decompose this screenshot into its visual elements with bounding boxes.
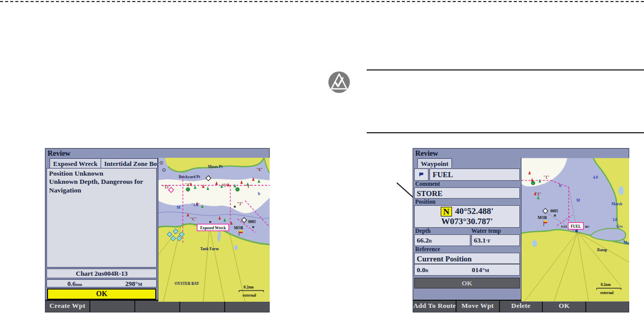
map-label: RC — [585, 225, 590, 228]
reference-label: Reference — [413, 246, 521, 253]
green-marker-icon — [236, 188, 240, 191]
screenshot-waypoint-review: Review Waypoint FUEL Comment STORE Posit… — [413, 148, 629, 312]
softkey-empty — [135, 301, 180, 312]
note-icon — [327, 70, 351, 94]
range-bearing-row: 0.6nm 298°M — [46, 279, 157, 287]
map-label: "4" — [185, 183, 191, 187]
softkey-empty — [180, 301, 225, 312]
dock-marker-icon — [576, 230, 578, 232]
chart-name: Chart 2us004R-13 — [46, 269, 157, 278]
tab-exposed-wreck[interactable]: Exposed Wreck — [50, 158, 101, 168]
page-top-rule — [0, 1, 644, 2]
detail-line: Position Unknown — [49, 170, 154, 178]
mob-flag-icon — [544, 221, 547, 223]
waypoint-symbol-field[interactable] — [414, 168, 428, 181]
map-label: "1A" — [191, 203, 200, 207]
map-source-label: external — [600, 291, 613, 295]
water-temp-label: Water temp — [471, 228, 501, 234]
map-source-label: external — [243, 293, 256, 298]
map-scale-label: 0.2nm — [244, 285, 254, 289]
map-label: Tank Farm — [200, 247, 219, 251]
ok-button[interactable]: OK — [47, 288, 156, 300]
reference-bearing: 014°M — [472, 264, 489, 275]
map-label: "3" — [237, 202, 243, 206]
position-field[interactable]: N 40°52.488' W073°30.787' — [414, 205, 520, 228]
obstruction-icon — [554, 214, 556, 216]
map-scale-label: 0.2nm — [601, 282, 611, 287]
softkey-delete[interactable]: Delete — [500, 301, 543, 312]
longitude-value: W073°30.787' — [441, 216, 493, 227]
waypoint-name-field[interactable]: FUEL — [430, 168, 520, 181]
map-label: "6" — [256, 167, 263, 172]
bearing-value: 298°M — [125, 280, 142, 287]
comment-label: Comment — [413, 181, 521, 187]
map-label: Moses Pt — [208, 164, 223, 169]
map-label: "1" — [245, 184, 251, 189]
map-label: Grs — [616, 224, 623, 229]
position-label: Position — [413, 199, 521, 205]
map-label: "1" — [543, 175, 550, 180]
map-label: "5" — [222, 183, 228, 188]
section-rule-lower — [367, 132, 644, 133]
map-label: M — [576, 198, 580, 203]
range-value: 0.6nm — [67, 280, 82, 287]
map-label: Brickyard Pt — [179, 175, 200, 179]
tab-intertidal-zone[interactable]: Intertidal Zone Bor — [101, 158, 158, 168]
softkey-empty — [90, 301, 135, 312]
map-label: Ramp — [597, 248, 607, 252]
tab-bar: Exposed Wreck Intertidal Zone Bor — [45, 158, 158, 168]
reference-distance: 0.0ft — [417, 264, 428, 275]
map-label: Mo — [624, 240, 629, 245]
map-label: "13" — [162, 185, 171, 189]
green-marker-icon — [531, 181, 535, 185]
green-marker-icon — [186, 188, 190, 191]
mob-flag-icon — [239, 230, 243, 233]
detail-line: Navigation — [49, 186, 154, 195]
item-detail-list: Position Unknown Unknown Depth, Dangerou… — [46, 168, 157, 268]
map-label: Exposed Wreck — [200, 226, 226, 230]
map-label: 0005 — [551, 209, 558, 213]
map-label: 4.0 — [593, 175, 598, 180]
map-label: 0005 — [248, 220, 256, 224]
map-label: 3.0 — [612, 218, 617, 222]
ok-button[interactable]: OK — [414, 278, 520, 288]
screenshot-map-item-review: Review Exposed Wreck Intertidal Zone Bor… — [45, 148, 270, 312]
map-label: Marsh — [611, 202, 623, 206]
map-label: FUEL — [571, 224, 581, 229]
map-label: "C" — [190, 217, 197, 222]
latitude-value: 40°52.488' — [455, 206, 493, 216]
comment-field[interactable]: STORE — [414, 187, 520, 199]
chart-map-right: FUEL EXI RC "1" "3" h M 0005 MOB 4.0 Mar… — [521, 158, 629, 300]
tab-bar: Waypoint — [413, 158, 521, 168]
softkey-move-wpt[interactable]: Move Wpt — [457, 301, 500, 312]
tab-waypoint[interactable]: Waypoint — [417, 158, 452, 168]
map-label: MOB — [538, 215, 547, 220]
latitude-hemisphere-selected[interactable]: N — [441, 207, 452, 216]
map-label: "3" — [535, 192, 541, 197]
depth-field[interactable]: 66.2ft — [414, 234, 470, 246]
softkey-empty — [586, 301, 629, 312]
depth-label: Depth — [415, 228, 471, 234]
page-title: Review — [413, 149, 629, 158]
softkey-add-to-route[interactable]: Add To Route — [413, 301, 457, 312]
section-rule-upper — [367, 69, 644, 70]
manual-page: Review Exposed Wreck Intertidal Zone Bor… — [0, 0, 644, 314]
map-label: EXI — [561, 225, 567, 228]
map-label: MOB — [234, 226, 243, 230]
chart-map-left: Exposed Wreck Moses Pt Brickyard Pt "6" … — [158, 158, 269, 300]
reference-field[interactable]: Current Position — [414, 253, 520, 264]
softkey-empty — [225, 301, 269, 312]
softkey-create-wpt[interactable]: Create Wpt — [45, 301, 90, 312]
water-temp-field[interactable]: 63.1°F — [471, 234, 520, 246]
map-label: OYSTER BAY — [175, 281, 199, 286]
softkey-ok[interactable]: OK — [543, 301, 586, 312]
reference-offset-field[interactable]: 0.0ft 014°M — [414, 264, 520, 276]
detail-line: Unknown Depth, Dangerous for — [49, 178, 154, 186]
page-title: Review — [45, 149, 269, 158]
map-label: M — [177, 205, 180, 210]
waypoint-symbol-icon — [418, 172, 424, 178]
